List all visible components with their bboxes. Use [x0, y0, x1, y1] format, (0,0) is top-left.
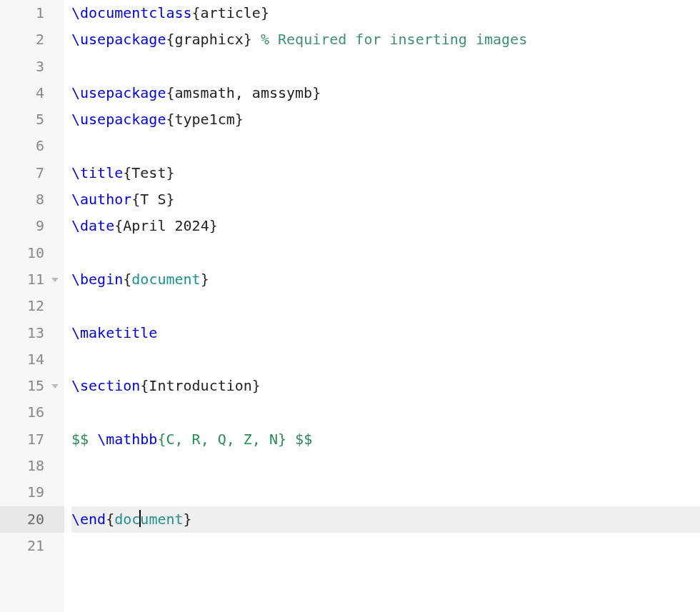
latex-command: \end — [71, 511, 106, 528]
latex-arg: {graphicx} — [166, 31, 251, 48]
latex-command: \usepackage — [71, 31, 166, 48]
code-line[interactable] — [71, 54, 700, 80]
latex-command: \documentclass — [71, 4, 192, 21]
latex-arg: {type1cm} — [166, 111, 243, 128]
code-line[interactable]: \author{T S} — [71, 186, 700, 213]
line-number: 16 — [0, 399, 64, 426]
code-line[interactable] — [71, 293, 700, 319]
latex-arg: {Test} — [123, 164, 174, 181]
latex-env: doc — [114, 511, 140, 528]
line-number: 15 — [0, 373, 64, 399]
line-number-active: 20 — [0, 506, 64, 533]
code-line[interactable] — [71, 453, 700, 479]
code-line[interactable]: \title{Test} — [71, 160, 700, 186]
latex-arg: {Introduction} — [140, 377, 261, 394]
code-line[interactable]: \date{April 2024} — [71, 213, 700, 239]
line-number: 7 — [0, 160, 64, 186]
latex-env: document — [131, 271, 200, 288]
latex-arg: {amsmath, amssymb} — [166, 84, 321, 101]
line-number: 21 — [0, 533, 64, 559]
latex-arg: {article} — [192, 4, 269, 21]
line-number: 19 — [0, 479, 64, 506]
line-number: 18 — [0, 453, 64, 479]
line-number-gutter: 1 2 3 4 5 6 7 8 9 10 11 12 13 14 15 16 1… — [0, 0, 64, 612]
line-number: 11 — [0, 266, 64, 293]
line-number: 3 — [0, 54, 64, 80]
latex-command: \begin — [71, 271, 123, 288]
fold-marker-icon[interactable] — [51, 384, 59, 388]
code-line[interactable]: \usepackage{graphicx} % Required for ins… — [71, 26, 700, 53]
latex-command: \section — [71, 377, 140, 394]
code-area[interactable]: \documentclass{article} \usepackage{grap… — [64, 0, 700, 612]
line-number: 17 — [0, 426, 64, 453]
fold-marker-icon[interactable] — [51, 278, 59, 282]
latex-comment: % Required for inserting images — [261, 31, 527, 48]
math-delim: $$ — [286, 431, 312, 448]
code-line[interactable]: \documentclass{article} — [71, 0, 700, 26]
code-line[interactable] — [71, 533, 700, 559]
code-line[interactable] — [71, 399, 700, 426]
latex-command: \maketitle — [71, 324, 157, 341]
code-line[interactable] — [71, 240, 700, 266]
line-number: 12 — [0, 293, 64, 319]
text-cursor — [139, 510, 141, 527]
latex-command: \usepackage — [71, 84, 166, 101]
line-number: 6 — [0, 133, 64, 159]
code-line[interactable]: \begin{document} — [71, 266, 700, 293]
line-number: 1 — [0, 0, 64, 26]
latex-command: \date — [71, 217, 114, 234]
code-line[interactable] — [71, 346, 700, 373]
line-number: 9 — [0, 213, 64, 239]
line-number: 8 — [0, 186, 64, 213]
latex-arg: {April 2024} — [114, 217, 218, 234]
code-line[interactable] — [71, 133, 700, 159]
line-number: 13 — [0, 320, 64, 346]
code-line[interactable] — [71, 479, 700, 506]
line-number: 14 — [0, 346, 64, 373]
latex-command: \mathbb — [97, 431, 157, 448]
math-content: {C, R, Q, Z, N} — [157, 431, 286, 448]
latex-env: ument — [140, 511, 183, 528]
latex-arg: {T S} — [131, 191, 174, 208]
latex-command: \author — [71, 191, 131, 208]
line-number: 4 — [0, 80, 64, 106]
line-number: 2 — [0, 26, 64, 53]
math-delim: $$ — [71, 431, 97, 448]
line-number: 10 — [0, 240, 64, 266]
line-number: 5 — [0, 106, 64, 133]
latex-command: \title — [71, 164, 123, 181]
code-line[interactable]: \maketitle — [71, 320, 700, 346]
code-line-active[interactable]: \end{document} — [71, 506, 700, 533]
code-line[interactable]: \usepackage{amsmath, amssymb} — [71, 80, 700, 106]
code-line[interactable]: $$ \mathbb{C, R, Q, Z, N} $$ — [71, 426, 700, 453]
latex-command: \usepackage — [71, 111, 166, 128]
code-line[interactable]: \section{Introduction} — [71, 373, 700, 399]
code-line[interactable]: \usepackage{type1cm} — [71, 106, 700, 133]
code-editor[interactable]: 1 2 3 4 5 6 7 8 9 10 11 12 13 14 15 16 1… — [0, 0, 700, 612]
